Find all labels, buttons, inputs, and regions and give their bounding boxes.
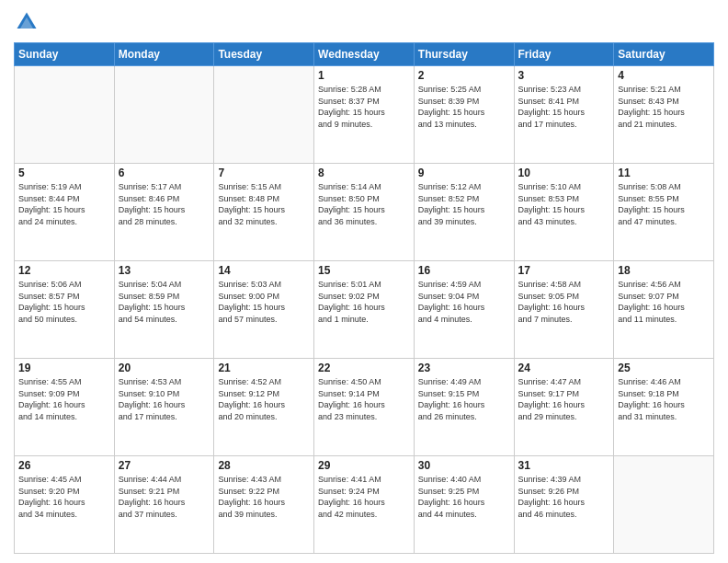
day-number: 23 bbox=[418, 362, 510, 374]
calendar-day-cell: 3Sunrise: 5:23 AMSunset: 8:41 PMDaylight… bbox=[514, 66, 614, 164]
calendar-day-header: Friday bbox=[514, 43, 614, 66]
day-info: Sunrise: 5:28 AMSunset: 8:37 PMDaylight:… bbox=[318, 84, 410, 130]
calendar-week-row: 19Sunrise: 4:55 AMSunset: 9:09 PMDayligh… bbox=[15, 359, 714, 456]
calendar-day-cell: 31Sunrise: 4:39 AMSunset: 9:26 PMDayligh… bbox=[514, 456, 614, 554]
day-info: Sunrise: 4:50 AMSunset: 9:14 PMDaylight:… bbox=[318, 376, 410, 422]
day-info: Sunrise: 5:25 AMSunset: 8:39 PMDaylight:… bbox=[418, 84, 510, 130]
day-number: 8 bbox=[318, 167, 410, 179]
day-info: Sunrise: 4:49 AMSunset: 9:15 PMDaylight:… bbox=[418, 376, 510, 422]
day-number: 21 bbox=[218, 362, 310, 374]
calendar-day-cell: 13Sunrise: 5:04 AMSunset: 8:59 PMDayligh… bbox=[114, 261, 214, 359]
day-number: 2 bbox=[418, 69, 510, 82]
calendar-day-cell bbox=[214, 66, 314, 164]
calendar-day-cell: 7Sunrise: 5:15 AMSunset: 8:48 PMDaylight… bbox=[214, 164, 314, 261]
day-number: 29 bbox=[318, 459, 410, 472]
logo bbox=[14, 9, 43, 35]
calendar-day-cell: 11Sunrise: 5:08 AMSunset: 8:55 PMDayligh… bbox=[614, 164, 714, 261]
day-number: 30 bbox=[418, 459, 510, 472]
day-number: 16 bbox=[418, 264, 510, 277]
calendar-day-cell: 20Sunrise: 4:53 AMSunset: 9:10 PMDayligh… bbox=[114, 359, 214, 456]
calendar-day-cell: 23Sunrise: 4:49 AMSunset: 9:15 PMDayligh… bbox=[414, 359, 514, 456]
logo-icon bbox=[14, 9, 40, 35]
day-info: Sunrise: 5:21 AMSunset: 8:43 PMDaylight:… bbox=[618, 84, 710, 130]
day-info: Sunrise: 5:10 AMSunset: 8:53 PMDaylight:… bbox=[518, 181, 610, 227]
day-number: 26 bbox=[18, 459, 110, 472]
day-number: 25 bbox=[618, 362, 710, 374]
calendar-day-cell: 19Sunrise: 4:55 AMSunset: 9:09 PMDayligh… bbox=[15, 359, 115, 456]
calendar-table: SundayMondayTuesdayWednesdayThursdayFrid… bbox=[14, 42, 714, 554]
day-number: 15 bbox=[318, 264, 410, 277]
day-number: 3 bbox=[518, 69, 610, 82]
day-info: Sunrise: 4:46 AMSunset: 9:18 PMDaylight:… bbox=[618, 376, 710, 422]
day-number: 9 bbox=[418, 167, 510, 179]
calendar-day-cell: 18Sunrise: 4:56 AMSunset: 9:07 PMDayligh… bbox=[614, 261, 714, 359]
calendar-day-cell: 2Sunrise: 5:25 AMSunset: 8:39 PMDaylight… bbox=[414, 66, 514, 164]
day-info: Sunrise: 4:40 AMSunset: 9:25 PMDaylight:… bbox=[418, 474, 510, 520]
calendar-header-row: SundayMondayTuesdayWednesdayThursdayFrid… bbox=[15, 43, 714, 66]
day-number: 4 bbox=[618, 69, 710, 82]
calendar-day-cell: 4Sunrise: 5:21 AMSunset: 8:43 PMDaylight… bbox=[614, 66, 714, 164]
day-number: 14 bbox=[218, 264, 310, 277]
day-info: Sunrise: 4:45 AMSunset: 9:20 PMDaylight:… bbox=[18, 474, 110, 520]
day-number: 10 bbox=[518, 167, 610, 179]
calendar-day-header: Wednesday bbox=[314, 43, 415, 66]
day-info: Sunrise: 5:01 AMSunset: 9:02 PMDaylight:… bbox=[318, 279, 410, 325]
day-info: Sunrise: 5:04 AMSunset: 8:59 PMDaylight:… bbox=[119, 279, 210, 325]
calendar-week-row: 26Sunrise: 4:45 AMSunset: 9:20 PMDayligh… bbox=[15, 456, 714, 554]
calendar-day-cell bbox=[114, 66, 214, 164]
day-info: Sunrise: 5:19 AMSunset: 8:44 PMDaylight:… bbox=[18, 181, 110, 227]
day-info: Sunrise: 4:47 AMSunset: 9:17 PMDaylight:… bbox=[518, 376, 610, 422]
day-info: Sunrise: 5:08 AMSunset: 8:55 PMDaylight:… bbox=[618, 181, 710, 227]
day-number: 22 bbox=[318, 362, 410, 374]
day-number: 19 bbox=[18, 362, 110, 374]
calendar-day-cell: 12Sunrise: 5:06 AMSunset: 8:57 PMDayligh… bbox=[15, 261, 115, 359]
day-info: Sunrise: 4:43 AMSunset: 9:22 PMDaylight:… bbox=[218, 474, 310, 520]
day-number: 6 bbox=[119, 167, 210, 179]
calendar-day-cell bbox=[614, 456, 714, 554]
day-info: Sunrise: 4:44 AMSunset: 9:21 PMDaylight:… bbox=[119, 474, 210, 520]
calendar-day-cell: 30Sunrise: 4:40 AMSunset: 9:25 PMDayligh… bbox=[414, 456, 514, 554]
day-number: 31 bbox=[518, 459, 610, 472]
day-number: 28 bbox=[218, 459, 310, 472]
calendar-day-cell: 9Sunrise: 5:12 AMSunset: 8:52 PMDaylight… bbox=[414, 164, 514, 261]
day-number: 18 bbox=[618, 264, 710, 277]
day-info: Sunrise: 4:52 AMSunset: 9:12 PMDaylight:… bbox=[218, 376, 310, 422]
day-info: Sunrise: 4:59 AMSunset: 9:04 PMDaylight:… bbox=[418, 279, 510, 325]
calendar-day-header: Monday bbox=[114, 43, 214, 66]
calendar-day-cell: 22Sunrise: 4:50 AMSunset: 9:14 PMDayligh… bbox=[314, 359, 415, 456]
calendar-week-row: 1Sunrise: 5:28 AMSunset: 8:37 PMDaylight… bbox=[15, 66, 714, 164]
day-number: 17 bbox=[518, 264, 610, 277]
calendar-day-cell: 6Sunrise: 5:17 AMSunset: 8:46 PMDaylight… bbox=[114, 164, 214, 261]
calendar-day-cell: 28Sunrise: 4:43 AMSunset: 9:22 PMDayligh… bbox=[214, 456, 314, 554]
calendar-day-cell: 15Sunrise: 5:01 AMSunset: 9:02 PMDayligh… bbox=[314, 261, 415, 359]
day-info: Sunrise: 5:15 AMSunset: 8:48 PMDaylight:… bbox=[218, 181, 310, 227]
day-number: 12 bbox=[18, 264, 110, 277]
calendar-day-cell: 16Sunrise: 4:59 AMSunset: 9:04 PMDayligh… bbox=[414, 261, 514, 359]
calendar-day-cell: 5Sunrise: 5:19 AMSunset: 8:44 PMDaylight… bbox=[15, 164, 115, 261]
day-number: 20 bbox=[119, 362, 210, 374]
page-header bbox=[14, 9, 714, 35]
day-info: Sunrise: 4:55 AMSunset: 9:09 PMDaylight:… bbox=[18, 376, 110, 422]
calendar-day-cell: 29Sunrise: 4:41 AMSunset: 9:24 PMDayligh… bbox=[314, 456, 415, 554]
day-number: 7 bbox=[218, 167, 310, 179]
day-info: Sunrise: 5:14 AMSunset: 8:50 PMDaylight:… bbox=[318, 181, 410, 227]
day-info: Sunrise: 4:39 AMSunset: 9:26 PMDaylight:… bbox=[518, 474, 610, 520]
calendar-day-cell: 1Sunrise: 5:28 AMSunset: 8:37 PMDaylight… bbox=[314, 66, 415, 164]
day-info: Sunrise: 4:58 AMSunset: 9:05 PMDaylight:… bbox=[518, 279, 610, 325]
day-info: Sunrise: 5:23 AMSunset: 8:41 PMDaylight:… bbox=[518, 84, 610, 130]
calendar-day-cell: 10Sunrise: 5:10 AMSunset: 8:53 PMDayligh… bbox=[514, 164, 614, 261]
calendar-day-cell: 26Sunrise: 4:45 AMSunset: 9:20 PMDayligh… bbox=[15, 456, 115, 554]
day-info: Sunrise: 4:41 AMSunset: 9:24 PMDaylight:… bbox=[318, 474, 410, 520]
calendar-week-row: 12Sunrise: 5:06 AMSunset: 8:57 PMDayligh… bbox=[15, 261, 714, 359]
calendar-day-header: Sunday bbox=[15, 43, 115, 66]
calendar-week-row: 5Sunrise: 5:19 AMSunset: 8:44 PMDaylight… bbox=[15, 164, 714, 261]
calendar-day-cell: 25Sunrise: 4:46 AMSunset: 9:18 PMDayligh… bbox=[614, 359, 714, 456]
day-number: 13 bbox=[119, 264, 210, 277]
day-info: Sunrise: 4:53 AMSunset: 9:10 PMDaylight:… bbox=[119, 376, 210, 422]
day-number: 27 bbox=[119, 459, 210, 472]
calendar-day-cell: 8Sunrise: 5:14 AMSunset: 8:50 PMDaylight… bbox=[314, 164, 415, 261]
calendar-day-cell: 21Sunrise: 4:52 AMSunset: 9:12 PMDayligh… bbox=[214, 359, 314, 456]
day-info: Sunrise: 5:12 AMSunset: 8:52 PMDaylight:… bbox=[418, 181, 510, 227]
calendar-day-cell: 24Sunrise: 4:47 AMSunset: 9:17 PMDayligh… bbox=[514, 359, 614, 456]
day-info: Sunrise: 5:06 AMSunset: 8:57 PMDaylight:… bbox=[18, 279, 110, 325]
